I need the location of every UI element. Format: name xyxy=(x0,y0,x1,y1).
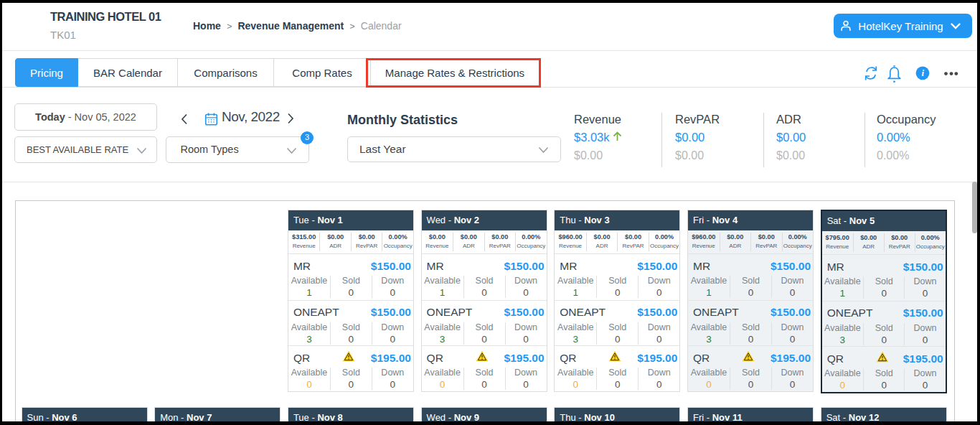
svg-text:i: i xyxy=(921,67,924,78)
